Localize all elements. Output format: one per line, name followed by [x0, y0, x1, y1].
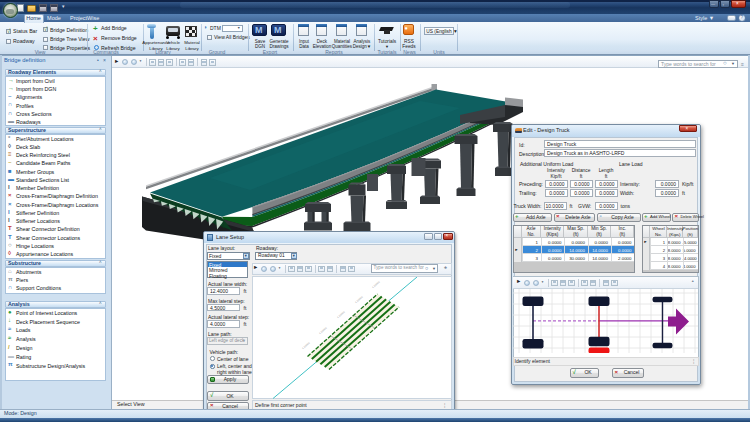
svg-text:1.20000: 1.20000 — [371, 279, 381, 289]
svg-text:1.20000: 1.20000 — [336, 309, 346, 319]
svg-text:1.20000: 1.20000 — [318, 325, 328, 335]
svg-text:1.20000: 1.20000 — [301, 340, 311, 350]
svg-text:1.20000: 1.20000 — [354, 294, 364, 304]
